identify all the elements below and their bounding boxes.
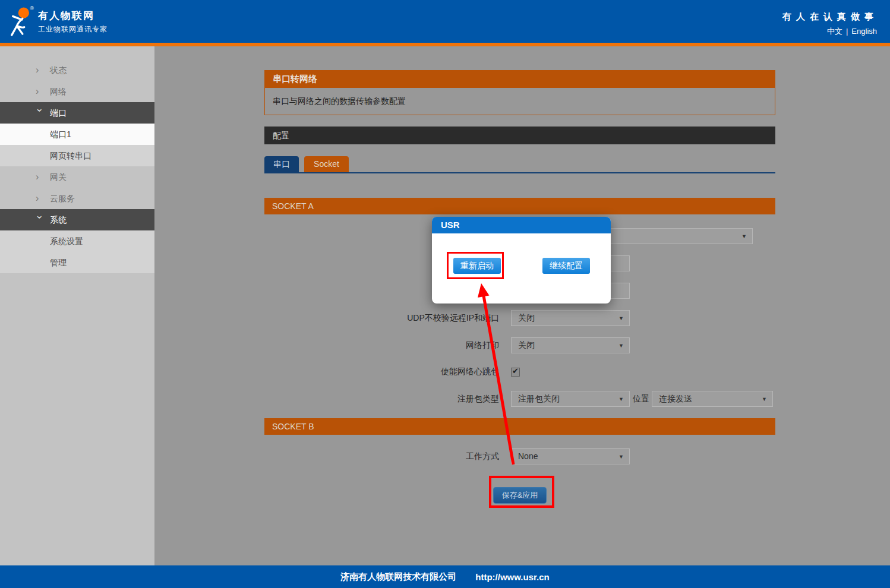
modal-title: USR (432, 217, 611, 233)
network-print-select[interactable]: 关闭 ▼ (511, 337, 630, 353)
sidebar-nav: › 状态 › 网络 › 端口 端口1 网页转串口 › 网关 › (0, 46, 154, 565)
socket-a-header: SOCKET A (264, 198, 775, 214)
tab-serial[interactable]: 串口 (264, 156, 299, 172)
page-description: 串口与网络之间的数据传输参数配置 (264, 87, 775, 115)
chevron-right-icon: › (36, 59, 44, 81)
register-packet-row: 注册包类型 注册包关闭 ▼ 位置 连接发送 ▼ (264, 391, 775, 407)
lang-chinese-link[interactable]: 中文 (827, 27, 842, 36)
brand-title: 有人物联网 (38, 9, 94, 23)
sidebar-item-system-settings[interactable]: 系统设置 (0, 230, 154, 252)
chevron-right-icon: › (36, 188, 44, 209)
tab-socket[interactable]: Socket (304, 156, 349, 172)
network-print-label: 网络打印 (264, 337, 499, 353)
register-packet-label: 注册包类型 (264, 391, 499, 407)
sidebar-menu: › 状态 › 网络 › 端口 端口1 网页转串口 › 网关 › (0, 46, 154, 273)
heartbeat-label: 使能网络心跳包 (264, 363, 499, 380)
socket-b-work-mode-row: 工作方式 None ▼ (264, 448, 775, 464)
check-icon: ✔ (512, 366, 519, 375)
sidebar-item-management[interactable]: 管理 (0, 252, 154, 273)
network-print-row: 网络打印 关闭 ▼ (264, 337, 775, 353)
footer-company: 济南有人物联网技术有限公司 (340, 571, 456, 583)
udp-check-select[interactable]: 关闭 ▼ (511, 310, 630, 326)
top-header: ® 有人物联网 工业物联网通讯专家 有人在认真做事 中文|English (0, 0, 890, 43)
position-select[interactable]: 连接发送 ▼ (652, 391, 773, 407)
sidebar-item-system[interactable]: › 系统 (0, 209, 154, 230)
socket-b-work-mode-label: 工作方式 (264, 448, 499, 464)
udp-check-label: UDP不校验远程IP和端口 (264, 310, 499, 326)
socket-b-header: SOCKET B (264, 418, 775, 435)
page-title: 串口转网络 (264, 70, 775, 87)
restart-button[interactable]: 重新启动 (453, 258, 501, 274)
chevron-down-icon: › (29, 216, 51, 224)
lang-divider: | (846, 27, 848, 36)
brand-subtitle: 工业物联网通讯专家 (38, 24, 108, 34)
chevron-down-icon: › (29, 109, 51, 117)
sidebar-item-port1[interactable]: 端口1 (0, 124, 154, 145)
content-column: 串口转网络 串口与网络之间的数据传输参数配置 配置 串口 Socket SOCK… (264, 46, 775, 565)
chevron-right-icon: › (36, 166, 44, 188)
page-footer: 济南有人物联网技术有限公司 http://www.usr.cn (0, 565, 890, 588)
select-arrow-icon: ▼ (618, 449, 624, 464)
header-slogan: 有人在认真做事 (782, 11, 878, 23)
position-label: 位置 (633, 391, 649, 407)
select-arrow-icon: ▼ (741, 229, 747, 244)
usr-logo-icon: ® (7, 4, 36, 40)
save-apply-button[interactable]: 保存&应用 (493, 487, 547, 504)
socket-b-work-mode-select[interactable]: None ▼ (511, 448, 630, 464)
main-content: 串口转网络 串口与网络之间的数据传输参数配置 配置 串口 Socket SOCK… (154, 46, 890, 565)
select-arrow-icon: ▼ (618, 391, 624, 407)
sidebar-item-web-to-serial[interactable]: 网页转串口 (0, 145, 154, 166)
sidebar-item-cloud[interactable]: › 云服务 (0, 188, 154, 209)
sidebar-item-status[interactable]: › 状态 (0, 59, 154, 81)
header-accent-strip (0, 43, 890, 46)
heartbeat-row: 使能网络心跳包 ✔ (264, 363, 775, 380)
select-arrow-icon: ▼ (618, 311, 624, 326)
registered-mark: ® (30, 5, 34, 11)
heartbeat-checkbox[interactable]: ✔ (511, 368, 520, 377)
language-switch: 中文|English (827, 26, 877, 37)
sidebar-item-gateway[interactable]: › 网关 (0, 166, 154, 188)
sidebar-item-network[interactable]: › 网络 (0, 81, 154, 102)
config-section-title: 配置 (264, 127, 775, 144)
select-arrow-icon: ▼ (618, 338, 624, 353)
continue-config-button[interactable]: 继续配置 (542, 258, 590, 274)
sidebar-item-port[interactable]: › 端口 (0, 102, 154, 124)
usr-config-page: ® 有人物联网 工业物联网通讯专家 有人在认真做事 中文|English › 状… (0, 0, 890, 588)
udp-check-row: UDP不校验远程IP和端口 关闭 ▼ (264, 310, 775, 326)
register-packet-select[interactable]: 注册包关闭 ▼ (511, 391, 630, 407)
usr-modal-dialog: USR 重新启动 继续配置 (432, 217, 611, 304)
select-arrow-icon: ▼ (762, 391, 767, 407)
tab-underline (264, 172, 775, 173)
lang-english-link[interactable]: English (851, 27, 877, 36)
chevron-right-icon: › (36, 81, 44, 102)
footer-url-link[interactable]: http://www.usr.cn (475, 572, 549, 582)
